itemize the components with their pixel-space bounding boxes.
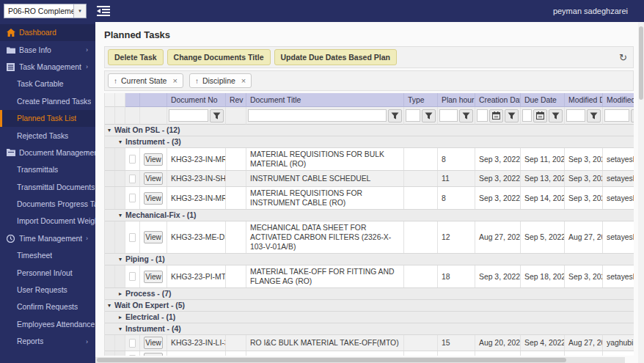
- sidebar-item-import-document-weight[interactable]: Import Document Weight: [0, 213, 95, 230]
- row-indent-cell: [115, 351, 125, 356]
- view-button[interactable]: View: [144, 353, 163, 356]
- filter-icon[interactable]: [422, 109, 436, 122]
- group-collapsed-icon[interactable]: ▸: [119, 290, 122, 297]
- row-checkbox-cell: [125, 265, 140, 287]
- group-row-level-2[interactable]: ▸Electrical - (1): [105, 312, 634, 323]
- close-icon[interactable]: ×: [241, 76, 246, 85]
- sidebar-item-label: Dashboard: [19, 29, 56, 37]
- filter-input-creation[interactable]: [477, 109, 488, 122]
- group-row-level-2[interactable]: ▾Piping - (1): [105, 254, 634, 265]
- sidebar-item-create-planned-tasks[interactable]: Create Planned Tasks: [0, 93, 95, 110]
- column-header-rev[interactable]: Rev: [226, 93, 246, 107]
- column-header-doc-no[interactable]: Document No: [167, 93, 226, 107]
- sidebar-item-task-management[interactable]: Task Management›: [0, 59, 95, 76]
- group-row-level-2[interactable]: ▾Mechanical-Fix - (1): [105, 210, 634, 221]
- sidebar-item-base-info[interactable]: Base Info›: [0, 41, 95, 58]
- refresh-icon[interactable]: ↻: [619, 53, 627, 62]
- sidebar-item-planned-task-list[interactable]: Planned Task List: [0, 110, 95, 127]
- sidebar-item-timesheet[interactable]: Timesheet: [0, 247, 95, 264]
- filter-input-plan-hour[interactable]: [439, 109, 458, 122]
- delete-task-button[interactable]: Delete Task: [108, 49, 164, 65]
- view-button[interactable]: View: [144, 192, 163, 205]
- update-due-dates-based-plan-button[interactable]: Update Due Dates Based Plan: [274, 49, 397, 65]
- group-row-level-1[interactable]: ▾Wait On Expert - (5): [105, 300, 634, 312]
- sidebar-item-dashboard[interactable]: Dashboard: [0, 24, 95, 41]
- sidebar-item-user-requests[interactable]: User Requests: [0, 282, 95, 298]
- group-expanded-icon[interactable]: ▾: [119, 212, 122, 219]
- group-expanded-icon[interactable]: ▾: [119, 256, 122, 263]
- filter-icon[interactable]: [631, 109, 634, 122]
- filter-icon[interactable]: [388, 109, 402, 122]
- sidebar-item-rejected-tasks[interactable]: Rejected Tasks: [0, 127, 95, 144]
- sort-ascending-icon[interactable]: ↑: [114, 77, 117, 85]
- sidebar-item-reports[interactable]: Reports›: [0, 333, 95, 350]
- column-header-title[interactable]: Document Title: [246, 93, 404, 107]
- row-checkbox[interactable]: [129, 339, 136, 348]
- row-checkbox[interactable]: [129, 175, 136, 183]
- sidebar-collapse-icon[interactable]: [95, 4, 111, 18]
- sidebar-item-employees-attendance[interactable]: Employees Attendance: [0, 316, 95, 333]
- row-checkbox[interactable]: [129, 233, 136, 242]
- close-icon[interactable]: ×: [172, 76, 177, 85]
- horizontal-scrollbar-thumb[interactable]: [97, 358, 566, 362]
- row-checkbox[interactable]: [129, 194, 136, 202]
- change-documents-title-button[interactable]: Change Documents Title: [167, 49, 271, 65]
- sidebar-item-document-management[interactable]: Document Management›: [0, 144, 95, 161]
- filter-input-title[interactable]: [248, 109, 387, 122]
- group-chip-current-state[interactable]: ↑Current State×: [108, 73, 183, 88]
- header-checkbox-cell: [125, 93, 140, 107]
- group-expanded-icon[interactable]: ▾: [119, 326, 122, 332]
- filter-icon[interactable]: [505, 109, 519, 122]
- row-checkbox[interactable]: [129, 272, 136, 281]
- sort-ascending-icon[interactable]: ↑: [195, 77, 199, 85]
- filter-input-modified[interactable]: [566, 109, 585, 122]
- group-expanded-icon[interactable]: ▾: [119, 139, 122, 145]
- group-collapsed-icon[interactable]: ▸: [119, 314, 122, 320]
- group-expanded-icon[interactable]: ▾: [108, 127, 111, 133]
- column-header-mod-user[interactable]: Modified User: [603, 93, 634, 107]
- view-button[interactable]: View: [144, 231, 163, 243]
- calendar-icon[interactable]: [489, 109, 503, 122]
- group-row-level-2[interactable]: ▾Instrument - (3): [105, 136, 634, 148]
- view-button[interactable]: View: [144, 153, 163, 166]
- filter-icon[interactable]: [459, 109, 473, 122]
- sidebar-item-transmittals[interactable]: Transmittals: [0, 161, 95, 178]
- group-row-level-2[interactable]: ▸Process - (7): [105, 288, 634, 300]
- filter-input-type[interactable]: [406, 109, 420, 122]
- current-username[interactable]: peyman sadeghzarei: [553, 0, 628, 22]
- group-chip-discipline[interactable]: ↑Discipline×: [189, 73, 252, 88]
- group-row-level-2[interactable]: ▾Instrument - (4): [105, 323, 634, 335]
- filter-icon[interactable]: [210, 109, 224, 122]
- filter-icon[interactable]: [549, 109, 563, 122]
- column-header-due[interactable]: Due Date: [521, 93, 565, 107]
- sidebar-item-documents-progress-table[interactable]: Documents Progress Table: [0, 196, 95, 213]
- view-button[interactable]: View: [144, 172, 163, 185]
- filter-icon[interactable]: [587, 109, 601, 122]
- sidebar-item-time-management[interactable]: Time Management›: [0, 230, 95, 247]
- vertical-scrollbar-thumb[interactable]: [639, 26, 643, 100]
- column-header-plan-hour[interactable]: Plan hour: [438, 93, 475, 107]
- filter-input-mod-user[interactable]: [604, 109, 629, 122]
- row-checkbox[interactable]: [129, 355, 136, 356]
- sidebar-item-confirm-requests[interactable]: Confirm Requests: [0, 298, 95, 315]
- group-row-level-1[interactable]: ▾Wait On PSL - (12): [105, 125, 634, 136]
- group-label: Piping - (1): [125, 255, 165, 263]
- group-expanded-icon[interactable]: ▾: [108, 302, 111, 309]
- sidebar-item-personnel-in-out[interactable]: Personnel In/out: [0, 264, 95, 281]
- filter-input-due[interactable]: [522, 109, 532, 122]
- horizontal-scrollbar[interactable]: [95, 357, 625, 363]
- sidebar-item-transmittal-documents[interactable]: Transmittal Documents: [0, 179, 95, 196]
- calendar-icon[interactable]: [533, 109, 547, 122]
- view-button[interactable]: View: [144, 337, 163, 349]
- sidebar-item-task-cartable[interactable]: Task Cartable: [0, 76, 95, 92]
- column-header-creation[interactable]: Creation Date: [475, 93, 521, 107]
- row-checkbox[interactable]: [129, 155, 136, 164]
- column-header-type[interactable]: Type: [404, 93, 438, 107]
- column-header-modified[interactable]: Modified Date: [565, 93, 603, 107]
- tasks-icon: [6, 62, 15, 71]
- filter-input-doc-no[interactable]: [169, 109, 208, 122]
- view-button[interactable]: View: [144, 271, 163, 283]
- vertical-scrollbar[interactable]: [638, 22, 644, 363]
- cell-due: Sep 14, 2022: [521, 187, 565, 209]
- project-select[interactable]: P06-RO Complementary ▼: [4, 4, 87, 18]
